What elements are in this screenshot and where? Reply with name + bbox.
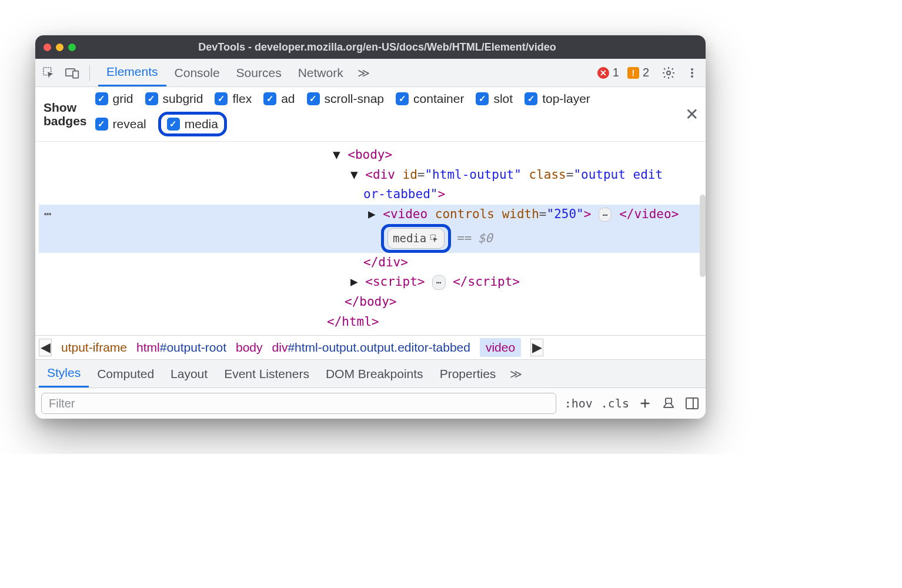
equals-indicator: == [457, 229, 472, 249]
subtab-computed[interactable]: Computed [89, 361, 162, 387]
error-icon: ✕ [597, 67, 609, 79]
tab-console[interactable]: Console [166, 60, 228, 86]
svg-rect-8 [666, 399, 672, 404]
dom-node-div[interactable]: ▼ <div id="html-output" class="output ed… [39, 165, 702, 185]
dom-node-body[interactable]: ▼ <body> [39, 145, 702, 165]
crumb-scroll-left-icon[interactable]: ◀ [39, 339, 52, 356]
subtab-dom-breakpoints[interactable]: DOM Breakpoints [318, 361, 432, 387]
scrollbar-thumb[interactable] [700, 195, 706, 277]
svg-point-6 [691, 75, 693, 78]
warning-icon: ! [627, 67, 639, 79]
badge-chk-ad[interactable]: ✓ad [263, 92, 295, 106]
toggle-cls-button[interactable]: .cls [601, 396, 629, 410]
dom-node-video-selected[interactable]: ⋯ ▶ <video controls width="250"> ⋯ </vid… [39, 205, 702, 225]
crumb-iframe[interactable]: utput-iframe [61, 340, 127, 355]
badge-chk-slot[interactable]: ✓slot [476, 92, 513, 106]
close-badge-bar-icon[interactable]: ✕ [685, 105, 699, 124]
new-style-rule-icon[interactable] [637, 396, 653, 411]
svg-rect-9 [686, 398, 698, 409]
device-toolbar-icon[interactable] [64, 64, 81, 82]
dom-node-div-wrap: or-tabbed"> [39, 185, 702, 205]
dom-node-div-close[interactable]: </div> [39, 253, 702, 273]
window-titlebar: DevTools - developer.mozilla.org/en-US/d… [35, 35, 706, 59]
badge-chk-scroll-snap[interactable]: ✓scroll-snap [307, 92, 385, 106]
badge-chk-subgrid[interactable]: ✓subgrid [145, 92, 203, 106]
badge-chk-media[interactable]: ✓media [158, 112, 227, 136]
svg-point-3 [667, 71, 670, 75]
media-badge-label: media [393, 229, 426, 247]
inspect-icon [430, 234, 439, 243]
filter-placeholder: Filter [49, 397, 75, 410]
crumb-video[interactable]: video [480, 338, 521, 357]
dom-node-html-close[interactable]: </html> [39, 312, 702, 332]
dollar-zero-indicator: $0 [478, 229, 493, 249]
media-badge-highlight[interactable]: media [381, 224, 451, 252]
crumb-body[interactable]: body [236, 340, 263, 355]
subtab-more-icon[interactable]: ≫ [504, 367, 528, 381]
badge-chk-top-layer[interactable]: ✓top-layer [525, 92, 590, 106]
warning-count: 2 [643, 66, 649, 79]
crumb-scroll-right-icon[interactable]: ▶ [530, 339, 543, 356]
computed-sidebar-toggle-icon[interactable] [684, 396, 700, 411]
badge-chk-container[interactable]: ✓container [396, 92, 464, 106]
devtools-window: DevTools - developer.mozilla.org/en-US/d… [35, 35, 706, 419]
svg-point-5 [691, 72, 693, 74]
crumb-html[interactable]: html#output-root [136, 340, 226, 355]
toggle-hov-button[interactable]: :hov [564, 396, 593, 410]
crumb-div[interactable]: div#html-output.output.editor-tabbed [272, 340, 470, 355]
badge-chk-reveal[interactable]: ✓reveal [95, 117, 146, 131]
badge-settings-bar: Show badges ✓grid ✓subgrid ✓flex ✓ad ✓sc… [35, 87, 706, 142]
styles-filter-bar: Filter :hov .cls [35, 388, 706, 419]
dom-node-video-badge-row: media == $0 [39, 224, 702, 252]
badge-checkbox-group: ✓grid ✓subgrid ✓flex ✓ad ✓scroll-snap ✓c… [95, 92, 601, 136]
error-count: 1 [613, 66, 619, 79]
console-issue-counters[interactable]: ✕ 1 ! 2 [597, 66, 654, 79]
badge-chk-flex[interactable]: ✓flex [215, 92, 252, 106]
subtab-properties[interactable]: Properties [432, 361, 505, 387]
tab-network[interactable]: Network [290, 60, 352, 86]
subtab-layout[interactable]: Layout [162, 361, 216, 387]
more-options-icon[interactable] [683, 64, 701, 82]
inspect-element-icon[interactable] [40, 64, 58, 82]
svg-rect-2 [73, 71, 78, 78]
svg-point-4 [691, 68, 693, 71]
tab-sources[interactable]: Sources [228, 60, 290, 86]
subtab-event-listeners[interactable]: Event Listeners [216, 361, 318, 387]
styles-filter-input[interactable]: Filter [41, 393, 556, 414]
badge-chk-grid[interactable]: ✓grid [95, 92, 133, 106]
badge-settings-label: Show badges [44, 101, 87, 128]
window-title: DevTools - developer.mozilla.org/en-US/d… [57, 41, 697, 54]
styles-subpanel-tabs: Styles Computed Layout Event Listeners D… [35, 360, 706, 388]
dom-node-script[interactable]: ▶ <script> ⋯ </script> [39, 272, 702, 292]
dom-node-body-close[interactable]: </body> [39, 292, 702, 312]
panel-tabs: Elements Console Sources Network ≫ [98, 59, 376, 86]
main-toolbar: Elements Console Sources Network ≫ ✕ 1 !… [35, 59, 706, 87]
settings-gear-icon[interactable] [660, 64, 677, 82]
close-window-icon[interactable] [44, 44, 51, 51]
subtab-styles[interactable]: Styles [39, 360, 89, 387]
tab-elements[interactable]: Elements [98, 59, 166, 86]
rendering-emulations-icon[interactable] [661, 396, 676, 411]
more-tabs-icon[interactable]: ≫ [352, 66, 376, 80]
dom-tree[interactable]: ▼ <body> ▼ <div id="html-output" class="… [35, 142, 706, 335]
dom-breadcrumbs: ◀ utput-iframe html#output-root body div… [35, 335, 706, 360]
